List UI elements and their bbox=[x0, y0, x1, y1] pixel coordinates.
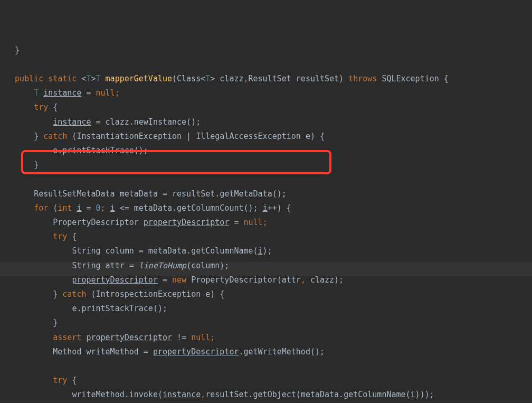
code-line: propertyDescriptor = new PropertyDescrip… bbox=[15, 275, 344, 285]
code-line: e.printStackTrace(); bbox=[15, 146, 148, 155]
code-line: e.printStackTrace(); bbox=[15, 304, 167, 313]
code-line: String column = metaData.getColumnName(i… bbox=[15, 246, 272, 256]
code-line: writeMethod.invoke(instance,resultSet.ge… bbox=[15, 390, 434, 399]
code-line bbox=[15, 60, 20, 69]
code-line: for (int i = 0; i <= metaData.getColumnC… bbox=[15, 203, 291, 213]
code-line: } bbox=[15, 160, 39, 170]
code-line: try { bbox=[15, 232, 77, 241]
code-line: } bbox=[15, 318, 58, 327]
code-line: T instance = null; bbox=[15, 88, 120, 98]
code-line bbox=[15, 361, 20, 371]
code-line: PropertyDescriptor propertyDescriptor = … bbox=[15, 218, 268, 227]
code-line: assert propertyDescriptor != null; bbox=[15, 333, 215, 342]
code-editor[interactable]: } public static <T>T mapperGetValue(Clas… bbox=[0, 0, 532, 403]
code-line: Method writeMethod = propertyDescriptor.… bbox=[15, 347, 325, 357]
code-line: public static <T>T mapperGetValue(Class<… bbox=[15, 74, 449, 83]
code-line: try { bbox=[15, 376, 77, 385]
code-line: } bbox=[15, 45, 20, 55]
code-line: String attr = lineToHump(column); bbox=[15, 261, 229, 270]
code-line: instance = clazz.newInstance(); bbox=[15, 117, 201, 127]
code-line bbox=[15, 174, 20, 184]
code-line: ResultSetMetaData metaData = resultSet.g… bbox=[15, 189, 287, 199]
code-line: } catch (IntrospectionException e) { bbox=[15, 289, 224, 299]
code-line: } catch (InstantiationException | Illega… bbox=[15, 132, 325, 141]
code-line: try { bbox=[15, 102, 58, 112]
